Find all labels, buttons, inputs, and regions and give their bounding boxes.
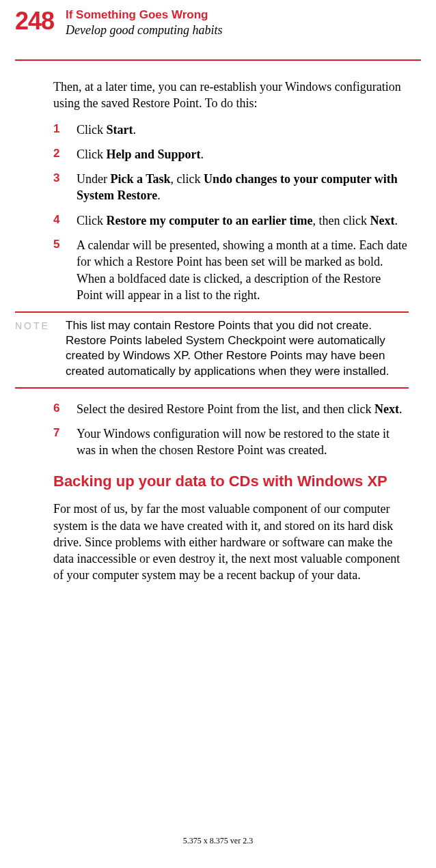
text: , click — [171, 172, 204, 186]
step-number: 2 — [53, 146, 77, 163]
step-7: 7 Your Windows configuration will now be… — [53, 425, 409, 459]
bold-text: Help and Support — [107, 148, 201, 161]
page-number: 248 — [15, 7, 54, 36]
step-5: 5 A calendar will be presented, showing … — [53, 237, 409, 303]
text: Under — [77, 172, 110, 186]
text: , then click — [312, 214, 370, 227]
step-text: Click Start. — [77, 122, 409, 138]
intro-paragraph: Then, at a later time, you can re-establ… — [53, 79, 409, 112]
step-6: 6 Select the desired Restore Point from … — [53, 401, 409, 417]
note-rule-bottom — [15, 387, 409, 389]
steps-list: 1 Click Start. 2 Click Help and Support.… — [53, 122, 409, 304]
step-number: 1 — [53, 122, 77, 138]
text: Click — [77, 148, 107, 161]
step-text: Select the desired Restore Point from th… — [77, 401, 409, 417]
page-content: Then, at a later time, you can re-establ… — [53, 79, 409, 593]
bold-text: Start — [107, 123, 133, 137]
note-text: This list may contain Restore Points tha… — [66, 318, 409, 378]
section-title: Develop good computing habits — [66, 23, 222, 38]
step-3: 3 Under Pick a Task, click Undo changes … — [53, 171, 409, 204]
step-text: A calendar will be presented, showing a … — [77, 237, 409, 303]
chapter-title: If Something Goes Wrong — [66, 8, 222, 22]
steps-list-continued: 6 Select the desired Restore Point from … — [53, 401, 409, 459]
bold-text: Pick a Task — [110, 172, 170, 186]
step-text: Under Pick a Task, click Undo changes to… — [77, 171, 409, 204]
body-paragraph: For most of us, by far the most valuable… — [53, 501, 409, 583]
step-number: 3 — [53, 171, 77, 204]
text: . — [394, 214, 398, 227]
text: Click — [77, 214, 107, 227]
bold-text: Restore my computer to an earlier time — [107, 214, 313, 227]
bold-text: Next — [374, 402, 399, 416]
note-block: NOTE This list may contain Restore Point… — [15, 311, 409, 388]
step-number: 7 — [53, 425, 77, 459]
text: Click — [77, 123, 107, 137]
step-1: 1 Click Start. — [53, 122, 409, 138]
bold-text: Next — [370, 214, 394, 227]
header-rule — [15, 59, 421, 61]
step-number: 4 — [53, 212, 77, 229]
text: . — [399, 402, 403, 416]
text: . — [201, 148, 204, 161]
step-text: Your Windows configuration will now be r… — [77, 425, 409, 459]
step-number: 6 — [53, 401, 77, 417]
step-2: 2 Click Help and Support. — [53, 146, 409, 163]
text: . — [133, 123, 137, 137]
page-header: If Something Goes Wrong Develop good com… — [66, 8, 222, 38]
step-number: 5 — [53, 237, 77, 303]
text: . — [157, 188, 161, 202]
step-text: Click Help and Support. — [77, 146, 409, 163]
note-label: NOTE — [15, 318, 66, 378]
subheading: Backing up your data to CDs with Windows… — [53, 471, 409, 492]
page-footer: 5.375 x 8.375 ver 2.3 — [0, 836, 436, 846]
text: Select the desired Restore Point from th… — [77, 402, 374, 416]
step-text: Click Restore my computer to an earlier … — [77, 212, 409, 229]
step-4: 4 Click Restore my computer to an earlie… — [53, 212, 409, 229]
